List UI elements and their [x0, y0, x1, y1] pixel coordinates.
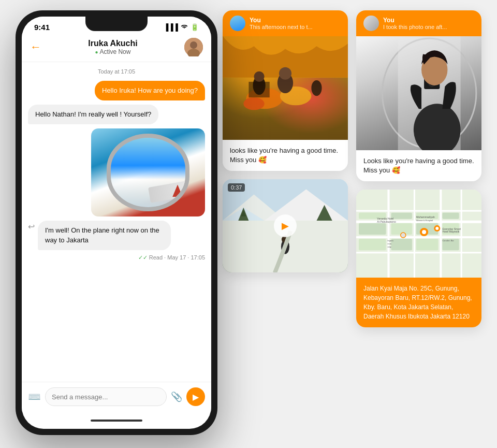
message-replied: ↩ I'm well! On the plane right now on th…	[28, 221, 205, 250]
svg-rect-37	[391, 213, 412, 219]
svg-rect-31	[414, 190, 415, 278]
svg-text:At Pakubujwono: At Pakubujwono	[377, 220, 396, 223]
contact-status: Active Now	[47, 48, 179, 55]
svg-rect-42	[416, 239, 438, 250]
svg-rect-35	[359, 223, 386, 235]
svg-text:esia: esia	[388, 243, 392, 245]
market-card-body: looks like you're having a good time. Mi…	[223, 140, 348, 171]
plane-wing	[148, 181, 189, 203]
messages-list: Today at 17:05 Hello Iruka! How are you …	[22, 62, 211, 382]
input-bar: ⌨️ 📎 ▶	[22, 382, 211, 411]
contact-avatar[interactable]	[184, 38, 203, 56]
photo-card-preview: I took this photo one aft...	[383, 24, 447, 30]
plane-image	[91, 128, 205, 216]
video-image: 0:37 ▶	[223, 179, 348, 272]
send-icon: ▶	[193, 392, 199, 402]
back-button[interactable]: ←	[30, 40, 41, 54]
svg-text:rsity: rsity	[388, 246, 391, 249]
scene: 9:41 ▐▐▐ 🔋 ← Iruka	[0, 0, 497, 448]
chat-header: ← Iruka Akuchi Active Now	[22, 34, 211, 62]
cards-area: You This afternoon next to t...	[223, 10, 481, 438]
svg-point-50	[401, 233, 406, 238]
photo-card-body: Looks like you're having a good time. Mi…	[356, 150, 481, 181]
card-col-right: You I took this photo one aft...	[356, 10, 481, 438]
message-input[interactable]	[45, 387, 167, 406]
svg-point-49	[435, 227, 438, 230]
check-icon: ✓✓	[138, 254, 148, 261]
play-button[interactable]: ▶	[274, 214, 297, 237]
photo-card-image	[356, 36, 481, 150]
market-card-header: You This afternoon next to t...	[223, 10, 348, 36]
home-bar	[91, 420, 142, 422]
status-time: 9:41	[34, 23, 50, 32]
photo-card: You I took this photo one aft...	[356, 10, 481, 181]
market-card-sender: You	[250, 17, 313, 24]
market-card-preview: This afternoon next to t...	[250, 24, 313, 30]
contact-name: Iruka Akuchi	[47, 39, 179, 48]
svg-text:Muhammadiyah: Muhammadiyah	[416, 215, 435, 219]
contact-info: Iruka Akuchi Active Now	[47, 39, 179, 55]
svg-rect-28	[356, 252, 481, 254]
svg-rect-39	[391, 239, 412, 250]
message-out-1: Hello Iruka! How are you doing?	[95, 81, 205, 100]
photo-card-thumbnail	[363, 16, 379, 31]
attach-icon[interactable]: 📎	[171, 391, 182, 402]
market-image	[223, 36, 348, 140]
message-image	[91, 128, 205, 216]
svg-point-47	[422, 230, 426, 234]
send-button[interactable]: ▶	[186, 387, 205, 406]
wifi-icon	[180, 23, 188, 31]
svg-rect-27	[356, 236, 481, 238]
svg-text:legara: legara	[388, 240, 394, 242]
photo-card-sender: You	[383, 17, 447, 24]
timestamp: Today at 17:05	[28, 68, 205, 75]
reply-indicator: ↩ I'm well! On the plane right now on th…	[28, 221, 205, 250]
message-in-1: Hello Nathan! I'm really well ! Yourself…	[28, 105, 158, 124]
market-card: You This afternoon next to t...	[223, 10, 348, 171]
map-card: Veranda Hotel At Pakubujwono Muhammadiya…	[356, 190, 481, 327]
reply-icon: ↩	[28, 222, 35, 232]
phone-screen: 9:41 ▐▐▐ 🔋 ← Iruka	[22, 17, 211, 429]
map-image: Veranda Hotel At Pakubujwono Muhammadiya…	[356, 190, 481, 278]
airplane-window	[107, 134, 189, 211]
video-card: 0:37 ▶	[223, 179, 348, 272]
svg-rect-30	[388, 190, 390, 278]
phone-frame: 9:41 ▐▐▐ 🔋 ← Iruka	[16, 10, 217, 435]
message-out-2: I'm well! On the plane right now on the …	[38, 221, 171, 250]
keyboard-icon[interactable]: ⌨️	[28, 391, 41, 403]
map-address: Jalan Kyai Maja No. 25C, Gunung, Kebayor…	[356, 278, 481, 327]
read-receipt: ✓✓ Read · May 17 · 17:05	[138, 254, 205, 261]
status-icons: ▐▐▐ 🔋	[164, 23, 199, 31]
market-card-info: You This afternoon next to t...	[250, 17, 313, 30]
battery-icon: 🔋	[191, 23, 199, 31]
read-time: Read · May 17 · 17:05	[149, 254, 205, 261]
photo-card-info: You I took this photo one aft...	[383, 17, 447, 30]
market-card-photo	[230, 16, 245, 31]
svg-rect-29	[356, 210, 481, 212]
home-indicator	[22, 411, 211, 429]
svg-rect-43	[442, 213, 459, 219]
svg-text:Hotel Mayestik: Hotel Mayestik	[442, 230, 459, 233]
phone-notch	[85, 17, 148, 31]
market-overlay	[223, 78, 348, 140]
plane-thumbnail	[230, 16, 245, 31]
svg-rect-32	[440, 190, 442, 278]
svg-text:Women's Hospital: Women's Hospital	[416, 219, 433, 222]
video-duration: 0:37	[228, 183, 245, 192]
svg-rect-36	[359, 239, 386, 250]
svg-rect-33	[461, 190, 462, 278]
signal-icon: ▐▐▐	[164, 23, 178, 31]
play-icon: ▶	[282, 220, 289, 232]
svg-point-1	[190, 41, 197, 49]
card-col-left: You This afternoon next to t...	[223, 10, 348, 438]
svg-text:Camden Bar: Camden Bar	[442, 240, 454, 242]
photo-card-header: You I took this photo one aft...	[356, 10, 481, 36]
